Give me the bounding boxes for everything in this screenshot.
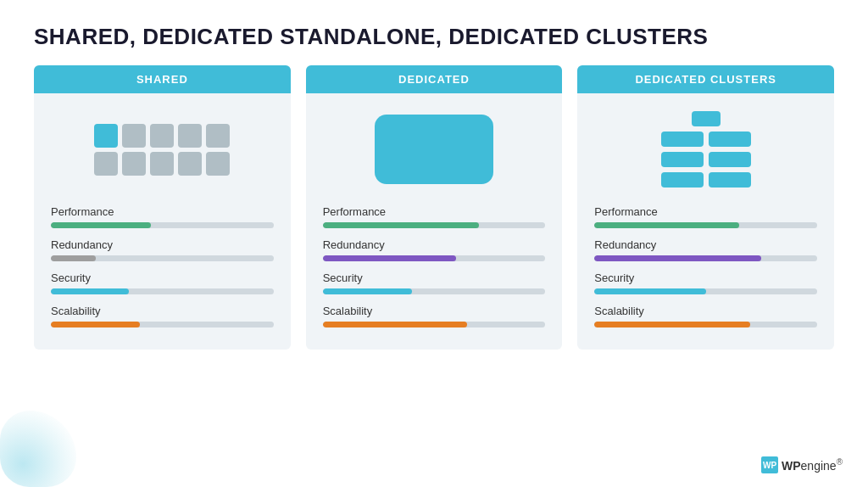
column-header-shared: SHARED (34, 65, 291, 93)
column-body-shared: Performance Redundancy Security (34, 93, 291, 350)
cluster-node (709, 152, 751, 167)
cluster-node (661, 172, 704, 188)
column-shared: SHARED (34, 65, 291, 350)
metric-label: Redundancy (594, 238, 817, 251)
metric-label: Performance (594, 205, 817, 218)
bar-fill-scalability (323, 322, 468, 327)
shared-grid (94, 124, 230, 176)
bar-fill-security (323, 288, 412, 294)
grid-cell (206, 124, 230, 148)
diagram-shared (51, 107, 274, 192)
cluster-node (661, 132, 704, 147)
metric-label: Security (51, 271, 274, 284)
metric-label: Security (323, 271, 546, 284)
metric-security-shared: Security (51, 271, 274, 294)
metric-scalability-dedicated: Scalability (323, 305, 546, 327)
main-container: SHARED, DEDICATED STANDALONE, DEDICATED … (0, 0, 868, 487)
metric-security-clusters: Security (594, 271, 817, 294)
columns-wrapper: SHARED (34, 65, 834, 350)
logo-icon-text: WP (763, 461, 776, 470)
metric-scalability-clusters: Scalability (594, 305, 817, 327)
column-dedicated: DEDICATED Performance Redundancy (306, 65, 563, 350)
bar-track (594, 222, 817, 228)
logo-wordmark: WPengine® (782, 457, 843, 473)
bar-track (594, 322, 817, 327)
logo-icon: WP (761, 456, 778, 473)
grid-cell (150, 124, 174, 148)
grid-cell (206, 152, 230, 176)
grid-cell (94, 152, 118, 176)
metric-label: Performance (51, 205, 274, 218)
metric-label: Redundancy (323, 238, 546, 251)
diagram-clusters (594, 107, 817, 192)
grid-cell (122, 124, 146, 148)
bar-fill-redundancy (323, 255, 457, 261)
cluster-row-top (692, 111, 721, 126)
metric-security-dedicated: Security (323, 271, 546, 294)
bar-track (594, 255, 817, 261)
metric-performance-shared: Performance (51, 205, 274, 228)
bar-track (323, 255, 546, 261)
grid-cell (122, 152, 146, 176)
bar-track (323, 322, 546, 327)
column-body-clusters: Performance Redundancy Security (577, 93, 834, 350)
bar-track (323, 222, 546, 228)
metric-label: Redundancy (51, 238, 274, 251)
bar-fill-redundancy (51, 255, 96, 261)
column-header-dedicated: DEDICATED (306, 65, 563, 93)
bar-track (323, 288, 546, 294)
column-body-dedicated: Performance Redundancy Security (306, 93, 563, 350)
logo-trademark: ® (837, 457, 843, 467)
bar-fill-performance (594, 222, 739, 228)
bar-track (51, 255, 274, 261)
metric-performance-clusters: Performance (594, 205, 817, 228)
bar-fill-performance (51, 222, 151, 228)
column-dedicated-clusters: DEDICATED CLUSTERS (577, 65, 834, 350)
bar-track (594, 288, 817, 294)
cluster-node (709, 172, 751, 188)
metric-label: Scalability (594, 305, 817, 317)
metric-performance-dedicated: Performance (323, 205, 546, 228)
bar-track (51, 222, 274, 228)
grid-cell (178, 152, 202, 176)
page-title: SHARED, DEDICATED STANDALONE, DEDICATED … (34, 24, 834, 50)
dedicated-rectangle (375, 115, 493, 184)
metric-label: Scalability (323, 305, 546, 317)
metric-label: Security (594, 271, 817, 284)
metric-label: Performance (323, 205, 546, 218)
metric-redundancy-dedicated: Redundancy (323, 238, 546, 261)
cluster-node (709, 132, 751, 147)
metric-redundancy-clusters: Redundancy (594, 238, 817, 261)
bar-fill-redundancy (594, 255, 761, 261)
logo-engine: engine (801, 459, 837, 473)
cluster-tree (661, 111, 751, 188)
cluster-row-bot1 (661, 152, 751, 167)
metric-redundancy-shared: Redundancy (51, 238, 274, 261)
bar-fill-scalability (594, 322, 750, 327)
bar-fill-scalability (51, 322, 140, 327)
bar-fill-security (594, 288, 705, 294)
cluster-node (692, 111, 721, 126)
grid-cell (150, 152, 174, 176)
watercolor-decoration (0, 411, 76, 487)
cluster-node (661, 152, 704, 167)
bar-track (51, 288, 274, 294)
bar-fill-performance (323, 222, 479, 228)
grid-cell (178, 124, 202, 148)
metric-scalability-shared: Scalability (51, 305, 274, 327)
cluster-row-bot2 (661, 172, 751, 188)
column-header-clusters: DEDICATED CLUSTERS (577, 65, 834, 93)
bar-fill-security (51, 288, 129, 294)
wp-engine-logo: WP WPengine® (761, 456, 843, 473)
logo-wp: WP (782, 459, 801, 473)
grid-cell (94, 124, 118, 148)
bar-track (51, 322, 274, 327)
metric-label: Scalability (51, 305, 274, 317)
diagram-dedicated (323, 107, 546, 192)
cluster-row-mid (661, 132, 751, 147)
